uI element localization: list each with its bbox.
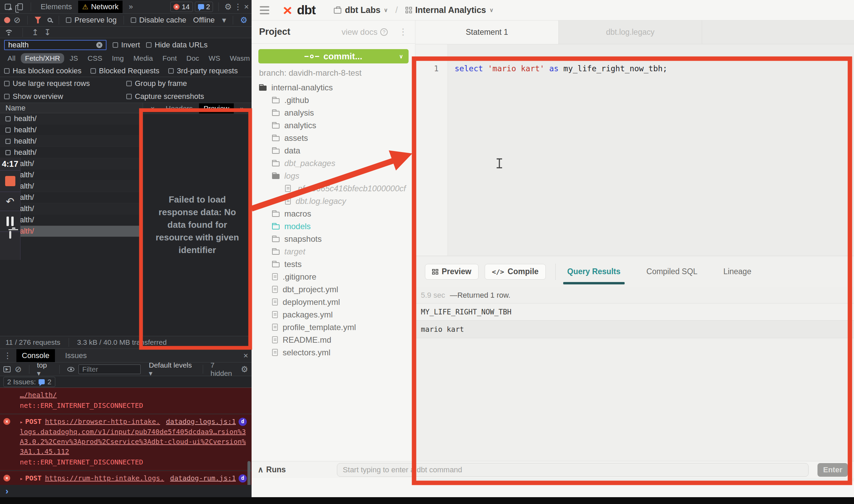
network-conditions-gear-icon[interactable]: ⚙ — [240, 16, 247, 24]
tab-compiled-sql[interactable]: Compiled SQL — [644, 261, 700, 282]
disable-cache-checkbox[interactable]: Disable cache — [131, 16, 186, 25]
inspect-element-icon[interactable] — [3, 2, 13, 12]
request-row[interactable]: alth/ — [0, 158, 143, 169]
clear-filter-icon[interactable]: × — [96, 42, 102, 48]
tab-query-results[interactable]: Query Results — [565, 261, 623, 282]
type-filter-img[interactable]: Img — [108, 53, 128, 63]
search-icon[interactable] — [47, 18, 52, 22]
3rd-party-requests-checkbox[interactable]: 3rd-party requests — [168, 66, 238, 75]
expand-icon[interactable]: ▸ — [20, 475, 23, 482]
tree-item--gitignore[interactable]: .gitignore — [252, 270, 415, 283]
hide-data-urls-checkbox[interactable]: Hide data URLs — [146, 41, 208, 49]
clear-icon[interactable]: ⊘ — [14, 16, 20, 24]
project-kebab-icon[interactable]: ⋮ — [399, 27, 408, 37]
close-detail-icon[interactable]: × — [146, 103, 159, 114]
tab-dbt-log-legacy[interactable]: dbt.log.legacy — [559, 20, 702, 44]
dbt-command-input[interactable] — [337, 463, 809, 477]
clear-console-icon[interactable]: ⊘ — [15, 365, 22, 373]
tree-item-selectors-yml[interactable]: selectors.yml — [252, 346, 415, 359]
tree-item-target[interactable]: target — [252, 245, 415, 258]
tree-item-snapshots[interactable]: snapshots — [252, 233, 415, 245]
tree-item-tests[interactable]: tests — [252, 258, 415, 270]
import-har-icon[interactable]: ↥ — [32, 28, 39, 36]
throttling-select[interactable]: Offline — [193, 16, 215, 25]
use-large-request-rows-checkbox[interactable]: Use large request rows — [4, 79, 90, 88]
type-filter-js[interactable]: JS — [66, 53, 82, 63]
type-filter-font[interactable]: Font — [158, 53, 181, 63]
commit-button[interactable]: commit... ∨ — [258, 49, 409, 63]
source-link[interactable]: datadog-rum.js:1 — [170, 473, 236, 483]
more-tabs-icon[interactable]: » — [125, 1, 137, 13]
tree-item-deployment-yml[interactable]: deployment.yml — [252, 296, 415, 308]
discard-recording-button[interactable] — [9, 232, 11, 238]
console-settings-gear-icon[interactable]: ⚙ — [241, 365, 248, 373]
type-filter-css[interactable]: CSS — [84, 53, 106, 63]
tab-lineage[interactable]: Lineage — [721, 261, 753, 282]
undo-button[interactable]: ↶ — [0, 192, 20, 211]
preserve-log-checkbox[interactable]: Preserve log — [66, 16, 117, 25]
result-row[interactable]: mario kart — [415, 321, 854, 338]
request-row[interactable]: health/ — [0, 113, 143, 124]
tab-statement-1[interactable]: Statement 1 — [415, 20, 559, 44]
console-prompt[interactable]: › — [0, 485, 252, 497]
request-row[interactable]: alth/ — [0, 214, 143, 226]
network-conditions-icon[interactable] — [4, 29, 14, 36]
tab-console[interactable]: Console — [16, 349, 55, 362]
export-har-icon[interactable]: ↧ — [44, 28, 51, 36]
tree-item-dbt-packages[interactable]: dbt_packages — [252, 157, 415, 169]
type-filter-media[interactable]: Media — [129, 53, 157, 63]
type-filter-ws[interactable]: WS — [204, 53, 224, 63]
tree-item--github[interactable]: .github — [252, 94, 415, 106]
log-levels-select[interactable]: Default levels ▾ — [149, 361, 195, 377]
device-toolbar-icon[interactable] — [15, 2, 25, 12]
tree-item-dbt-log-legacy[interactable]: dbt.log.legacy — [252, 195, 415, 207]
error-count-badge[interactable]: ×14 — [170, 2, 193, 12]
close-console-icon[interactable]: × — [243, 352, 248, 360]
console-scrollbar[interactable] — [247, 461, 251, 485]
throttling-dropdown-icon[interactable]: ▾ — [222, 16, 226, 24]
invert-checkbox[interactable]: Invert — [113, 41, 140, 49]
enter-button[interactable]: Enter — [817, 463, 848, 477]
tree-item-data[interactable]: data — [252, 144, 415, 157]
hamburger-menu-icon[interactable] — [260, 6, 269, 14]
tree-item-dbt-project-yml[interactable]: dbt_project.yml — [252, 283, 415, 296]
context-select[interactable]: top ▾ — [37, 361, 52, 377]
sql-editor[interactable]: 1 select 'mario kart' as my_life_right_n… — [415, 44, 854, 256]
type-filter-wasm[interactable]: Wasm — [226, 53, 254, 63]
preview-button[interactable]: Preview — [425, 264, 479, 280]
tree-item-models[interactable]: models — [252, 220, 415, 233]
project-selector[interactable]: Internal Analytics ∨ — [405, 5, 494, 15]
settings-gear-icon[interactable]: ⚙ — [224, 3, 232, 11]
tree-item-assets[interactable]: assets — [252, 132, 415, 144]
group-by-frame-checkbox[interactable]: Group by frame — [126, 79, 187, 88]
name-column-header[interactable]: Name — [0, 103, 143, 113]
show-overview-checkbox[interactable]: Show overview — [4, 92, 63, 101]
tree-item-analytics[interactable]: analytics — [252, 119, 415, 132]
commit-dropdown-icon[interactable]: ∨ — [399, 53, 403, 60]
console-sidebar-icon[interactable]: ▶ — [3, 366, 11, 372]
tab-elements[interactable]: Elements — [37, 1, 76, 13]
account-selector[interactable]: dbt Labs ∨ — [334, 5, 388, 15]
capture-screenshots-checkbox[interactable]: Capture screenshots — [126, 92, 204, 101]
close-devtools-icon[interactable]: × — [244, 3, 249, 11]
request-row[interactable]: alth/ — [0, 203, 143, 214]
tab-preview[interactable]: Preview — [199, 103, 234, 114]
request-row[interactable]: alth/ — [0, 169, 143, 181]
request-row[interactable]: alth/ — [0, 192, 143, 203]
type-filter-doc[interactable]: Doc — [182, 53, 203, 63]
live-expression-icon[interactable] — [67, 367, 74, 372]
pause-recording-button[interactable] — [0, 211, 20, 232]
source-link[interactable]: datadog-logs.js:1 — [166, 417, 236, 427]
has-blocked-cookies-checkbox[interactable]: Has blocked cookies — [4, 66, 82, 75]
view-docs-link[interactable]: view docs? — [342, 27, 388, 37]
console-kebab-icon[interactable]: ⋮ — [3, 352, 12, 360]
tree-item-profile-template-yml[interactable]: profile_template.yml — [252, 321, 415, 333]
compile-button[interactable]: </> Compile — [485, 264, 546, 280]
request-row[interactable]: health/ — [0, 136, 143, 147]
network-filter-input[interactable]: health× — [4, 40, 106, 50]
tree-item--nf-3665c416bfecb1000000cf[interactable]: .nf...3665c416bfecb1000000cf — [252, 182, 415, 195]
more-detail-tabs-icon[interactable]: » — [235, 103, 249, 114]
issue-count-badge[interactable]: 2 — [195, 2, 213, 12]
type-filter-all[interactable]: All — [3, 53, 19, 63]
tab-network[interactable]: ⚠Network — [78, 1, 123, 13]
